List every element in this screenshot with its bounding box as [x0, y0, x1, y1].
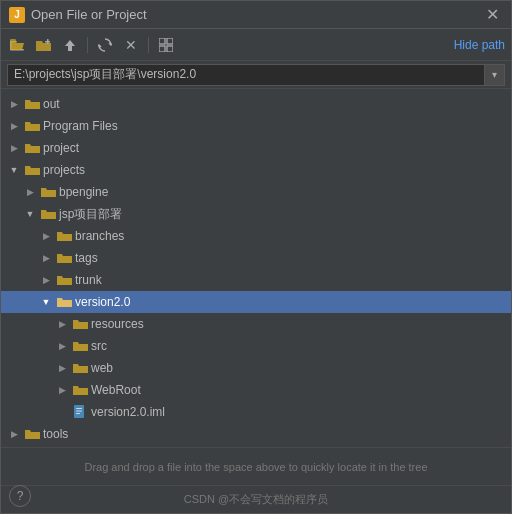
- svg-rect-5: [45, 41, 50, 43]
- label-bpengine: bpengine: [59, 185, 108, 199]
- tree-item-jsp-project[interactable]: ▼ jsp项目部署: [1, 203, 511, 225]
- new-folder-button[interactable]: [33, 34, 55, 56]
- folder-icon-src: [72, 338, 88, 354]
- close-button[interactable]: ✕: [482, 5, 503, 24]
- folder-icon-resources: [72, 316, 88, 332]
- label-project: project: [43, 141, 79, 155]
- tree-item-project[interactable]: ▶ project: [1, 137, 511, 159]
- separator1: [87, 37, 88, 53]
- folder-icon-web: [72, 360, 88, 376]
- expand-arrow-program-files: ▶: [7, 119, 21, 133]
- label-resources: resources: [91, 317, 144, 331]
- label-version2: version2.0: [75, 295, 130, 309]
- label-branches: branches: [75, 229, 124, 243]
- folder-icon-jsp-project: [40, 206, 56, 222]
- expand-arrow-bpengine: ▶: [23, 185, 37, 199]
- tree-item-version2-iml[interactable]: ▶ version2.0.iml: [1, 401, 511, 423]
- tree-item-web[interactable]: ▶ web: [1, 357, 511, 379]
- tree-item-out[interactable]: ▶ out: [1, 93, 511, 115]
- label-web: web: [91, 361, 113, 375]
- clear-button[interactable]: ✕: [120, 34, 142, 56]
- label-webroot: WebRoot: [91, 383, 141, 397]
- folder-icon-program-files: [24, 118, 40, 134]
- label-trunk-jsp: trunk: [75, 273, 102, 287]
- svg-rect-12: [76, 411, 82, 412]
- expand-arrow-version2: ▼: [39, 295, 53, 309]
- main-window: J Open File or Project ✕: [0, 0, 512, 514]
- tree-item-bpengine[interactable]: ▶ bpengine: [1, 181, 511, 203]
- svg-rect-11: [76, 408, 82, 409]
- up-button[interactable]: [59, 34, 81, 56]
- expand-arrow-resources: ▶: [55, 317, 69, 331]
- tree-item-program-files[interactable]: ▶ Program Files: [1, 115, 511, 137]
- expand-arrow-webroot: ▶: [55, 383, 69, 397]
- app-icon: J: [9, 7, 25, 23]
- tree-item-projects[interactable]: ▼ projects: [1, 159, 511, 181]
- label-version2-iml: version2.0.iml: [91, 405, 165, 419]
- folder-icon-webroot: [72, 382, 88, 398]
- expand-icon: [159, 38, 173, 52]
- path-input[interactable]: [7, 64, 485, 86]
- expand-arrow-out: ▶: [7, 97, 21, 111]
- bottom-bar: ? CSDN @不会写文档的程序员: [1, 485, 511, 513]
- separator2: [148, 37, 149, 53]
- open-folder-button[interactable]: [7, 34, 29, 56]
- svg-rect-6: [159, 38, 165, 44]
- svg-rect-8: [159, 46, 165, 52]
- hide-path-button[interactable]: Hide path: [454, 38, 505, 52]
- expand-arrow-projects: ▼: [7, 163, 21, 177]
- label-program-files: Program Files: [43, 119, 118, 133]
- tree-item-branches[interactable]: ▶ branches: [1, 225, 511, 247]
- window-title: Open File or Project: [31, 7, 482, 22]
- iml-file-icon: [72, 404, 88, 420]
- expand-arrow-web: ▶: [55, 361, 69, 375]
- expand-arrow-jsp-project: ▼: [23, 207, 37, 221]
- folder-new-icon: [36, 38, 52, 52]
- folder-icon-out: [24, 96, 40, 112]
- label-tools: tools: [43, 427, 68, 441]
- file-tree: ▶ out ▶ Program Files ▶ project ▼: [1, 89, 511, 447]
- tree-item-src[interactable]: ▶ src: [1, 335, 511, 357]
- svg-rect-7: [167, 38, 173, 44]
- up-arrow-icon: [63, 38, 77, 52]
- folder-icon-bpengine: [40, 184, 56, 200]
- label-out: out: [43, 97, 60, 111]
- expand-arrow-trunk-jsp: ▶: [39, 273, 53, 287]
- bottom-text: CSDN @不会写文档的程序员: [184, 492, 328, 507]
- label-jsp-project: jsp项目部署: [59, 206, 122, 223]
- svg-rect-3: [10, 39, 16, 43]
- expand-arrow-project: ▶: [7, 141, 21, 155]
- statusbar: Drag and drop a file into the space abov…: [1, 447, 511, 485]
- help-button[interactable]: ?: [9, 485, 31, 507]
- tree-item-tags[interactable]: ▶ tags: [1, 247, 511, 269]
- folder-icon-tags: [56, 250, 72, 266]
- toolbar: ✕ Hide path: [1, 29, 511, 61]
- titlebar: J Open File or Project ✕: [1, 1, 511, 29]
- tree-item-webroot[interactable]: ▶ WebRoot: [1, 379, 511, 401]
- tree-item-version2[interactable]: ▼ version2.0: [1, 291, 511, 313]
- folder-open-icon: [10, 38, 26, 52]
- expand-button[interactable]: [155, 34, 177, 56]
- refresh-button[interactable]: [94, 34, 116, 56]
- folder-icon-projects: [24, 162, 40, 178]
- dropdown-arrow-icon: ▾: [492, 69, 497, 80]
- folder-icon-project: [24, 140, 40, 156]
- folder-icon-trunk-jsp: [56, 272, 72, 288]
- tree-item-resources[interactable]: ▶ resources: [1, 313, 511, 335]
- folder-icon-version2: [56, 294, 72, 310]
- folder-icon-branches: [56, 228, 72, 244]
- x-icon: ✕: [125, 37, 137, 53]
- folder-icon-tools: [24, 426, 40, 442]
- path-dropdown-button[interactable]: ▾: [485, 64, 505, 86]
- svg-rect-13: [76, 413, 80, 414]
- refresh-icon: [98, 38, 112, 52]
- label-projects: projects: [43, 163, 85, 177]
- expand-arrow-src: ▶: [55, 339, 69, 353]
- path-bar: ▾: [1, 61, 511, 89]
- label-src: src: [91, 339, 107, 353]
- label-tags: tags: [75, 251, 98, 265]
- tree-item-trunk-jsp[interactable]: ▶ trunk: [1, 269, 511, 291]
- svg-rect-9: [167, 46, 173, 52]
- tree-item-tools[interactable]: ▶ tools: [1, 423, 511, 445]
- expand-arrow-branches: ▶: [39, 229, 53, 243]
